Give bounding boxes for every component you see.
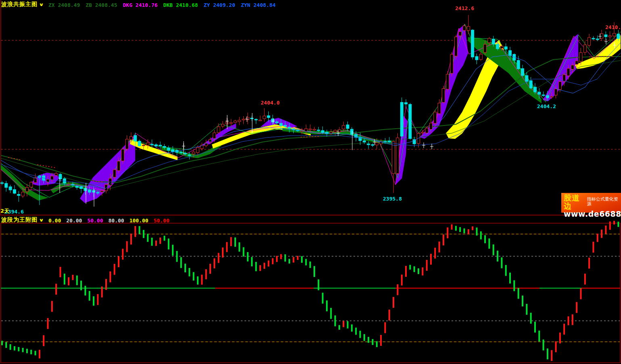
indicator-value-dkb: DKB 2410.68 bbox=[163, 2, 198, 8]
price-label: 2395.8 bbox=[383, 196, 402, 202]
main-panel-title[interactable]: 波浪共振主图 bbox=[1, 1, 38, 8]
ma-line-layer bbox=[1, 24, 621, 197]
price-label: 2404.0 bbox=[261, 100, 280, 106]
trading-app-window: 波浪共振主图 ∨ ZX 2408.49ZB 2408.45DKG 2410.76… bbox=[0, 0, 621, 364]
chart-canvas[interactable] bbox=[0, 0, 621, 364]
ribbon-layer bbox=[1, 24, 621, 203]
watermark-tagline: 指标公式量化资源 bbox=[587, 197, 619, 206]
indicator-value-zy: ZY 2409.20 bbox=[204, 2, 235, 8]
sub-panel-title[interactable]: 波段为王附图 bbox=[1, 216, 38, 224]
main-indicator-values: ZX 2408.49ZB 2408.45DKG 2410.76DKB 2410.… bbox=[48, 1, 281, 8]
indicator-value-dkg: DKG 2410.76 bbox=[123, 2, 158, 8]
sub-param-3: 80.00 bbox=[109, 218, 124, 224]
price-label: 2410.8 bbox=[605, 24, 621, 30]
watermark-brand: 股道边 bbox=[564, 194, 586, 210]
sub-param-0: 0.00 bbox=[48, 218, 61, 224]
candlestick-layer bbox=[1, 15, 620, 205]
watermark: 股道边 指标公式量化资源 www.de6688.com bbox=[561, 193, 621, 213]
sub-param-4: 100.00 bbox=[130, 218, 148, 224]
sub-param-2: 50.00 bbox=[87, 218, 103, 224]
doji-marker-layer bbox=[60, 33, 616, 207]
day-count-badge: 2天 bbox=[0, 207, 9, 215]
indicator-value-zb: ZB 2408.45 bbox=[86, 2, 117, 8]
indicator-value-zx: ZX 2408.49 bbox=[48, 2, 80, 8]
oscillator-wave-layer bbox=[1, 221, 619, 361]
chevron-down-icon[interactable]: ∨ bbox=[39, 218, 44, 223]
price-label: 2404.2 bbox=[537, 103, 556, 109]
sub-param-5: 50.00 bbox=[154, 218, 169, 224]
chevron-down-icon[interactable]: ∨ bbox=[39, 2, 44, 7]
sub-indicator-params: 0.0020.0050.0080.00100.0050.00 bbox=[48, 216, 175, 224]
indicator-value-zyn: ZYN 2408.84 bbox=[241, 2, 276, 8]
main-indicator-bar: 波浪共振主图 ∨ ZX 2408.49ZB 2408.45DKG 2410.76… bbox=[1, 0, 281, 8]
price-label: 2412.6 bbox=[455, 5, 474, 11]
watermark-url: www.de6688.com bbox=[564, 210, 619, 218]
sub-indicator-bar: 波段为王附图 ∨ 0.0020.0050.0080.00100.0050.00 bbox=[1, 216, 175, 224]
sub-param-1: 20.00 bbox=[66, 218, 82, 224]
